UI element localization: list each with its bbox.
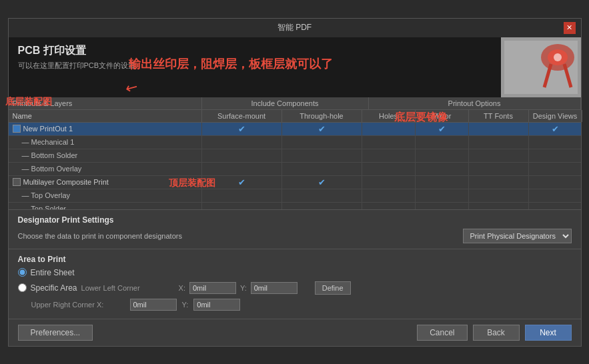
row-c4	[362, 136, 416, 149]
specific-area-radio[interactable]	[18, 283, 27, 292]
table-section: Printouts & Layers 底层装配图 Include Compone…	[9, 97, 581, 210]
row-name-top-overlay: — Top Overlay	[9, 189, 202, 202]
table-header-bottom: Name Surface-mount Through-hole Holes Mi…	[9, 110, 581, 123]
row-through-new-printout: ✔	[282, 123, 362, 135]
table-row[interactable]: — Top Overlay	[9, 189, 581, 203]
x-label-lower: X:	[179, 284, 185, 292]
upper-right-row: Upper Right Corner X: Y:	[31, 299, 572, 311]
specific-area-label: Specific Area	[31, 283, 77, 293]
table-row[interactable]: — Mechanical 1	[9, 136, 581, 149]
entire-sheet-row: Entire Sheet	[18, 268, 572, 277]
col-header-options: Printout Options	[369, 97, 581, 109]
lower-y-input[interactable]	[251, 282, 298, 294]
footer-left: Preferences...	[18, 325, 93, 341]
row-name-new-printout: New PrintOut 1	[9, 123, 202, 135]
col-holes: Holes	[362, 110, 416, 122]
designator-section: Designator Print Settings Choose the dat…	[9, 210, 581, 249]
row-name-bottom-solder: — Bottom Solder	[9, 149, 202, 162]
row-checkbox-new-printout[interactable]	[13, 125, 21, 133]
row-ttfonts-new-printout	[469, 123, 529, 135]
top-layer-annotation: 顶层装配图	[169, 177, 215, 189]
col-design-views: Design Views	[529, 110, 582, 122]
col-tt-fonts: TT Fonts	[469, 110, 529, 122]
close-button[interactable]: ✕	[564, 22, 576, 34]
table-rows: New PrintOut 1 ✔ ✔ ✔ ✔ — Mechanical 1	[9, 123, 581, 209]
table-row[interactable]: — Top Solder	[9, 203, 581, 209]
designator-row: Choose the data to print in component de…	[18, 229, 572, 243]
dialog-window: 智能 PDF ✕ PCB 打印设置 可以在这里配置打印PCB文件的设置. 输出丝…	[8, 18, 582, 347]
row-holes-new-printout	[362, 123, 416, 135]
cancel-button[interactable]: Cancel	[417, 325, 467, 341]
table-row[interactable]: — Bottom Solder	[9, 149, 581, 163]
footer-right: Cancel Back Next	[417, 325, 571, 341]
footer: Preferences... Cancel Back Next	[9, 319, 581, 346]
col-mirror: Mirror	[416, 110, 469, 122]
arrow-decoration: ↙	[121, 77, 141, 97]
svg-point-6	[554, 53, 562, 61]
preferences-button[interactable]: Preferences...	[18, 325, 93, 341]
row-surface-new-printout: ✔	[202, 123, 282, 135]
table-row[interactable]: Multilayer Composite Print 顶层装配图 ✔ ✔	[9, 176, 581, 189]
designator-label: Choose the data to print in component de…	[18, 232, 182, 240]
specific-area-row: Specific Area Lower Left Corner X: Y: De…	[18, 281, 572, 295]
upper-right-label: Upper Right Corner X:	[31, 301, 125, 309]
col-surface-mount: Surface-mount	[202, 110, 282, 122]
header-banner: PCB 打印设置 可以在这里配置打印PCB文件的设置. 输出丝印层，阻焊层，板框…	[9, 37, 581, 97]
designator-dropdown[interactable]: Print Physical DesignatorsPrint Logical …	[463, 229, 572, 243]
define-button[interactable]: Define	[315, 281, 351, 295]
col-header-include: Include Components	[202, 97, 369, 109]
row-checkbox-multilayer[interactable]	[13, 178, 21, 186]
area-section: Area to Print Entire Sheet Specific Area…	[9, 249, 581, 319]
row-name-mechanical: — Mechanical 1	[9, 136, 202, 149]
row-c7	[529, 136, 581, 149]
entire-sheet-label: Entire Sheet	[31, 268, 75, 277]
y-label-lower: Y:	[240, 284, 247, 292]
table-row[interactable]: — Bottom Overlay	[9, 163, 581, 176]
row-name-bottom-overlay: — Bottom Overlay	[9, 163, 202, 175]
row-c6	[469, 136, 529, 149]
back-button[interactable]: Back	[473, 325, 520, 341]
entire-sheet-radio[interactable]	[18, 268, 27, 277]
table-header-top: Printouts & Layers 底层装配图 Include Compone…	[9, 97, 581, 110]
row-c5	[416, 136, 469, 149]
row-design-new-printout: ✔	[529, 123, 581, 135]
header-annotation: 输出丝印层，阻焊层，板框层就可以了	[129, 56, 333, 72]
col-name: Name	[9, 110, 202, 122]
header-image	[501, 37, 581, 97]
row-c2	[202, 136, 282, 149]
next-button[interactable]: Next	[525, 325, 572, 341]
upper-x-input[interactable]	[130, 299, 177, 311]
designator-title: Designator Print Settings	[18, 215, 572, 225]
lower-x-input[interactable]	[189, 282, 236, 294]
row-mirror-new-printout: ✔	[416, 123, 469, 135]
row-c3	[282, 136, 362, 149]
dialog-body: Printouts & Layers 底层装配图 Include Compone…	[9, 97, 581, 346]
col-through-hole: Through-hole	[282, 110, 362, 122]
col-header-printouts: Printouts & Layers 底层装配图	[9, 97, 202, 109]
title-bar: 智能 PDF ✕	[9, 19, 581, 37]
table-row[interactable]: New PrintOut 1 ✔ ✔ ✔ ✔	[9, 123, 581, 136]
area-title: Area to Print	[18, 255, 572, 264]
window-title: 智能 PDF	[26, 22, 564, 33]
y-label-upper: Y:	[182, 301, 189, 309]
row-name-top-solder: — Top Solder	[9, 203, 202, 209]
row-name-multilayer: Multilayer Composite Print 顶层装配图	[9, 176, 202, 189]
upper-y-input[interactable]	[193, 299, 240, 311]
lower-left-label: Lower Left Corner	[81, 284, 175, 292]
